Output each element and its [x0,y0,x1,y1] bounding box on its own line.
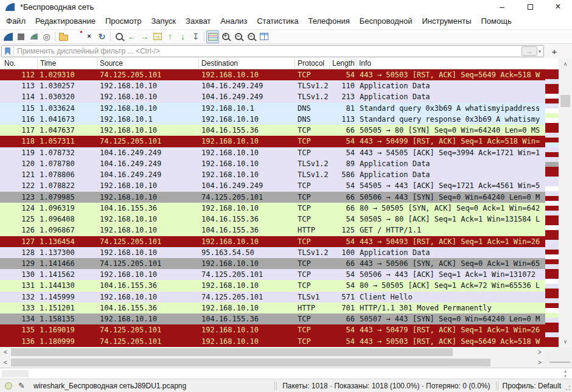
column-header-time[interactable]: Time [38,58,97,69]
packet-row[interactable]: 1151.033624192.168.10.10192.168.10.1DNS8… [0,103,545,114]
menu-item-file[interactable]: Файл [1,13,30,29]
go-back-button[interactable]: ← [125,30,138,43]
maximize-button[interactable] [516,0,544,13]
pane-splitter-handle[interactable] [549,362,570,363]
detail-pane-hscrollbar[interactable]: < > [0,357,545,368]
profile-selector[interactable]: Профиль: Default [503,382,562,390]
menu-item-capture[interactable]: Захват [181,13,215,29]
add-filter-button[interactable]: + [549,45,560,57]
packet-row[interactable]: 1281.137300192.168.10.1095.163.54.50TLSv… [0,247,545,258]
packet-row[interactable]: 1361.18099974.125.205.101192.168.10.10TC… [0,336,545,347]
column-header-source[interactable]: Source [97,58,199,69]
packet-row[interactable]: 1291.14146674.125.205.101192.168.10.10TC… [0,258,545,269]
menu-item-telephony[interactable]: Телефония [303,13,354,29]
packet-row[interactable]: 1211.078806104.16.249.249192.168.10.10TL… [0,169,545,180]
packet-row[interactable]: 1141.030320192.168.10.10104.16.249.249TL… [0,91,545,102]
packet-row[interactable]: 1251.096408192.168.10.10104.16.155.36TCP… [0,214,545,225]
packet-row[interactable]: 1181.05731174.125.205.101192.168.10.10TC… [0,136,545,147]
packet-minimap[interactable] [545,69,559,347]
window-resize-grip[interactable] [566,380,571,391]
filter-dropdown-caret-icon[interactable]: ▾ [539,49,541,54]
packet-row[interactable]: 1301.141562192.168.10.1074.125.205.101TC… [0,269,545,280]
menu-item-wireless[interactable]: Беспроводной [355,13,417,29]
packet-row[interactable]: 1161.041673192.168.10.1192.168.10.10DNS1… [0,114,545,125]
column-header-destination[interactable]: Destination [199,58,295,69]
packet-row[interactable]: 1221.078822192.168.10.10104.16.249.249TC… [0,180,545,191]
hscrollbar-thumb[interactable] [11,348,453,356]
packet-list-hscrollbar[interactable]: < > [0,347,545,357]
menu-item-analyze[interactable]: Анализ [215,13,252,29]
packet-counts: Пакеты: 1018 · Показаны: 1018 (100.0%) ·… [282,382,490,390]
column-header-protocol[interactable]: Protocol [295,58,330,69]
packet-row[interactable]: 1201.078780104.16.249.249192.168.10.10TL… [0,158,545,169]
expert-info-icon[interactable] [5,382,12,390]
packet-row[interactable]: 1261.096867192.168.10.10104.16.155.36HTT… [0,225,545,236]
capture-comment-icon[interactable]: ✎ [18,381,25,390]
minimap-stripe [545,264,559,269]
close-button[interactable]: × [544,0,572,13]
pane-scroll-arrows-icon[interactable]: ▲▼ [563,369,567,379]
collapsed-pane: ▲▼ [0,368,572,379]
packet-row[interactable]: 1171.047637192.168.10.10104.16.155.36TCP… [0,125,545,136]
go-first-packet-button[interactable]: ↑ [164,30,176,43]
scroll-down-icon[interactable]: ∨ [559,336,572,347]
colorize-packets-button[interactable] [206,30,219,43]
open-file-button[interactable] [57,30,70,43]
minimap-stripe [545,108,559,113]
close-file-button[interactable] [83,30,96,43]
display-filter-input[interactable]: Применить дисплейный фильтр ... <Ctrl-/>… [1,45,544,57]
go-last-packet-button[interactable]: ↓ [176,30,189,43]
restart-capture-button[interactable]: ↻ [27,30,40,43]
minimap-stripe [545,206,559,211]
scroll-right-icon[interactable]: > [534,357,545,368]
packet-row[interactable]: 1341.158135192.168.10.10104.16.155.36TCP… [0,313,545,324]
column-header-no[interactable]: No. [0,58,38,69]
go-to-packet-button[interactable] [151,30,164,43]
scroll-right-icon[interactable]: > [534,347,545,357]
packet-row[interactable]: 1131.030257192.168.10.10104.16.249.249TL… [0,80,545,91]
find-packet-button[interactable] [113,30,125,43]
reload-file-button[interactable]: ↻ [96,30,108,43]
packet-row[interactable]: 1321.145999192.168.10.1074.125.205.101TL… [0,292,545,303]
packet-row[interactable]: 1351.16901974.125.205.101192.168.10.10TC… [0,324,545,335]
menu-item-edit[interactable]: Редактирование [30,13,100,29]
minimap-stripe [545,142,559,147]
vertical-scrollbar[interactable]: ∧ ∨ [559,58,572,347]
packet-row[interactable]: 1311.144130104.16.155.36192.168.10.10TCP… [0,280,545,291]
packet-row[interactable]: 1241.096319104.16.155.36192.168.10.10TCP… [0,203,545,214]
column-header-length[interactable]: Length [330,58,357,69]
zoom-in-button[interactable]: + [219,30,232,43]
minimap-stripe [545,123,559,128]
capture-options-button[interactable]: ◎ [40,30,53,43]
vertical-scrollbar-thumb[interactable] [560,95,570,107]
packet-row[interactable]: 1331.151201104.16.155.36192.168.10.10HTT… [0,303,545,313]
auto-scroll-button[interactable]: ↧ [189,30,202,43]
packet-row[interactable]: 1231.079985192.168.10.1074.125.205.101TC… [0,192,545,203]
resize-columns-button[interactable] [257,30,270,43]
minimap-stripe [545,84,559,89]
minimize-button[interactable]: – [488,0,516,13]
scroll-up-icon[interactable]: ∧ [559,58,572,69]
stop-capture-button[interactable] [15,30,27,43]
apply-filter-button[interactable]: → [521,46,537,56]
menu-item-statistics[interactable]: Статистика [252,13,303,29]
zoom-out-button[interactable]: − [232,30,245,43]
menu-item-tools[interactable]: Инструменты [417,13,476,29]
scroll-left-icon[interactable]: < [0,357,11,368]
zoom-100-button[interactable]: − [245,30,257,43]
hscrollbar-thumb[interactable] [11,359,490,366]
menu-item-go[interactable]: Запуск [146,13,181,29]
menu-item-help[interactable]: Помощь [476,13,517,29]
restart-capture-icon: ↻ [30,33,38,40]
packet-row[interactable]: 1191.078732104.16.249.249192.168.10.10TC… [0,147,545,158]
go-forward-button[interactable]: → [138,30,151,43]
save-file-button[interactable] [70,30,83,43]
open-file-icon [59,35,68,41]
start-capture-button[interactable] [2,30,15,43]
column-header-info[interactable]: Info [357,58,545,69]
scroll-left-icon[interactable]: < [0,347,11,357]
menu-item-view[interactable]: Просмотр [100,13,146,29]
packet-row[interactable]: 1271.13645474.125.205.101192.168.10.10TC… [0,236,545,247]
packet-row[interactable]: 1121.02931074.125.205.101192.168.10.10TC… [0,69,545,80]
filter-bookmark-button[interactable] [2,46,14,57]
